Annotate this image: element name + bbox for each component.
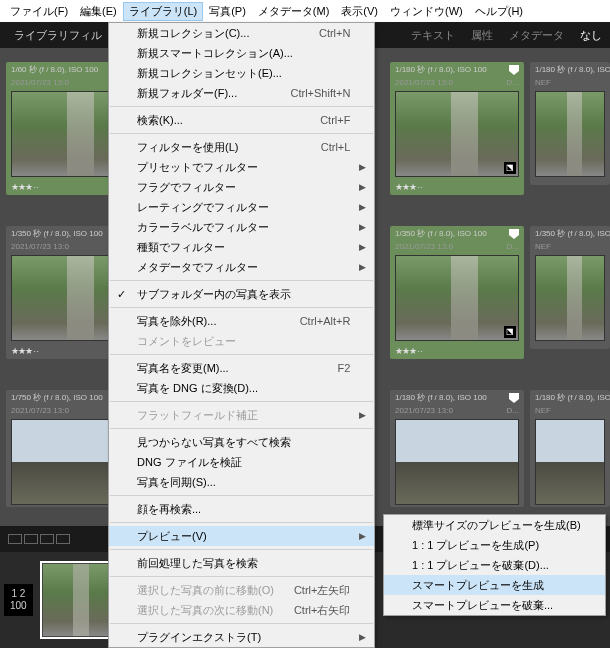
- menu-separator: [110, 522, 373, 523]
- submenu-item[interactable]: 1 : 1 プレビューを生成(P): [384, 535, 605, 555]
- submenu-item-label: 1 : 1 プレビューを生成(P): [412, 538, 539, 553]
- thumbnail-cell[interactable]: 1/350 秒 (f / 8.0), ISO 100 NEF: [530, 226, 610, 349]
- menu-item[interactable]: カラーラベルでフィルター▶: [109, 217, 374, 237]
- filter-tab-attr[interactable]: 属性: [463, 24, 501, 47]
- thumbnail-cell[interactable]: 1/180 秒 (f / 8.0), ISO 100 NEF: [530, 62, 610, 185]
- view-mode-icon[interactable]: [56, 534, 70, 544]
- submenu-item-label: 標準サイズのプレビューを生成(B): [412, 518, 581, 533]
- menu-item[interactable]: 前回処理した写真を検索: [109, 553, 374, 573]
- menu-item[interactable]: 検索(K)...Ctrl+F: [109, 110, 374, 130]
- menu-item[interactable]: 写真を DNG に変換(D)...: [109, 378, 374, 398]
- submenu-arrow-icon: ▶: [359, 202, 366, 212]
- menu-item-label: 選択した写真の前に移動(O): [137, 583, 274, 598]
- thumbnail-image[interactable]: [535, 419, 605, 505]
- menu-item[interactable]: ✓サブフォルダー内の写真を表示: [109, 284, 374, 304]
- menu-item-label: 種類でフィルター: [137, 240, 225, 255]
- menu-separator: [110, 106, 373, 107]
- filmstrip-thumb[interactable]: [42, 563, 116, 637]
- thumbnail-image[interactable]: [535, 91, 605, 177]
- menu-item[interactable]: 見つからない写真をすべて検索: [109, 432, 374, 452]
- thumbnail-image[interactable]: [535, 255, 605, 341]
- menu-window[interactable]: ウィンドウ(W): [384, 2, 469, 21]
- menu-separator: [110, 401, 373, 402]
- menu-item[interactable]: 新規スマートコレクション(A)...: [109, 43, 374, 63]
- menu-file[interactable]: ファイル(F): [4, 2, 74, 21]
- menu-metadata[interactable]: メタデータ(M): [252, 2, 336, 21]
- menu-view[interactable]: 表示(V): [335, 2, 384, 21]
- menu-item[interactable]: フラグでフィルター▶: [109, 177, 374, 197]
- thumbnail-cell[interactable]: 1/180 秒 (f / 8.0), ISO 100 NEF: [530, 390, 610, 507]
- rating-stars[interactable]: ★★★ · ·: [395, 346, 422, 356]
- rating-stars[interactable]: ★★★ · ·: [11, 182, 38, 192]
- menu-item[interactable]: フィルターを使用(L)Ctrl+L: [109, 137, 374, 157]
- submenu-arrow-icon: ▶: [359, 632, 366, 642]
- format-text: D...: [507, 242, 519, 251]
- submenu-item-label: 1 : 1 プレビューを破棄(D)...: [412, 558, 549, 573]
- menu-item-label: プラグインエクストラ(T): [137, 630, 261, 645]
- view-mode-icon[interactable]: [24, 534, 38, 544]
- thumbnail-image[interactable]: [395, 419, 519, 505]
- exposure-text: 1/750 秒 (f / 8.0), ISO 100: [11, 393, 103, 403]
- menu-item[interactable]: DNG ファイルを検証: [109, 452, 374, 472]
- submenu-item[interactable]: 1 : 1 プレビューを破棄(D)...: [384, 555, 605, 575]
- menu-item[interactable]: レーティングでフィルター▶: [109, 197, 374, 217]
- menu-separator: [110, 354, 373, 355]
- filmstrip-counter[interactable]: 1 2 100: [4, 584, 33, 616]
- menu-item[interactable]: プリセットでフィルター▶: [109, 157, 374, 177]
- filter-tab-meta[interactable]: メタデータ: [501, 24, 572, 47]
- menu-photo[interactable]: 写真(P): [203, 2, 252, 21]
- menu-item[interactable]: 顔を再検索...: [109, 499, 374, 519]
- menu-item-label: 選択した写真の次に移動(N): [137, 603, 273, 618]
- rating-stars[interactable]: ★★★ · ·: [11, 346, 38, 356]
- exposure-text: 1/350 秒 (f / 8.0), ISO 100: [395, 229, 487, 239]
- menu-item[interactable]: プラグインエクストラ(T)▶: [109, 627, 374, 647]
- rating-stars[interactable]: ★★★ · ·: [395, 182, 422, 192]
- thumbnail-image[interactable]: ⬔: [395, 91, 519, 177]
- menu-item[interactable]: 写真を同期(S)...: [109, 472, 374, 492]
- menu-item-label: 新規フォルダー(F)...: [137, 86, 237, 101]
- menu-item-label: 写真を除外(R)...: [137, 314, 216, 329]
- view-mode-icon[interactable]: [8, 534, 22, 544]
- submenu-item[interactable]: 標準サイズのプレビューを生成(B): [384, 515, 605, 535]
- format-text: NEF: [535, 78, 551, 87]
- submenu-arrow-icon: ▶: [359, 162, 366, 172]
- menu-item[interactable]: 新規コレクションセット(E)...: [109, 63, 374, 83]
- submenu-item[interactable]: スマートプレビューを生成: [384, 575, 605, 595]
- menu-library[interactable]: ライブラリ(L): [123, 2, 203, 21]
- menu-item-label: 写真を同期(S)...: [137, 475, 216, 490]
- menu-separator: [110, 495, 373, 496]
- thumbnail-cell[interactable]: 1/180 秒 (f / 8.0), ISO 100 2021/07/23 13…: [390, 62, 524, 195]
- submenu-item-label: スマートプレビューを破棄...: [412, 598, 553, 613]
- menu-item-label: フラットフィールド補正: [137, 408, 258, 423]
- menu-item[interactable]: 種類でフィルター▶: [109, 237, 374, 257]
- menu-item[interactable]: 写真を除外(R)...Ctrl+Alt+R: [109, 311, 374, 331]
- thumbnail-cell[interactable]: 1/350 秒 (f / 8.0), ISO 100 2021/07/23 13…: [390, 226, 524, 359]
- date-text: 2021/07/23 13:0: [11, 242, 69, 251]
- menu-separator: [110, 549, 373, 550]
- menu-item[interactable]: メタデータでフィルター▶: [109, 257, 374, 277]
- menu-shortcut: Ctrl+F: [320, 114, 350, 126]
- thumbnail-image[interactable]: ⬔: [395, 255, 519, 341]
- exposure-text: 1/180 秒 (f / 8.0), ISO 100: [395, 393, 487, 403]
- flag-icon[interactable]: [509, 229, 519, 239]
- format-text: D...: [507, 78, 519, 87]
- filter-tab-text[interactable]: テキスト: [403, 24, 463, 47]
- menu-edit[interactable]: 編集(E): [74, 2, 123, 21]
- thumbnail-cell[interactable]: 1/180 秒 (f / 8.0), ISO 100 2021/07/23 13…: [390, 390, 524, 507]
- flag-icon[interactable]: [509, 393, 519, 403]
- menu-shortcut: Ctrl+左矢印: [294, 583, 351, 598]
- menu-item[interactable]: 写真名を変更(M)...F2: [109, 358, 374, 378]
- view-mode-icon[interactable]: [40, 534, 54, 544]
- flag-icon[interactable]: [509, 65, 519, 75]
- menu-item[interactable]: 新規コレクション(C)...Ctrl+N: [109, 23, 374, 43]
- menu-separator: [110, 576, 373, 577]
- menu-item-label: サブフォルダー内の写真を表示: [137, 287, 291, 302]
- menu-item[interactable]: 新規フォルダー(F)...Ctrl+Shift+N: [109, 83, 374, 103]
- date-text: 2021/07/23 13:0: [395, 78, 453, 87]
- submenu-item[interactable]: スマートプレビューを破棄...: [384, 595, 605, 615]
- menu-item: 選択した写真の前に移動(O)Ctrl+左矢印: [109, 580, 374, 600]
- filter-tab-none[interactable]: なし: [572, 24, 610, 47]
- menu-help[interactable]: ヘルプ(H): [469, 2, 529, 21]
- menu-item[interactable]: プレビュー(V)▶: [109, 526, 374, 546]
- menu-separator: [110, 623, 373, 624]
